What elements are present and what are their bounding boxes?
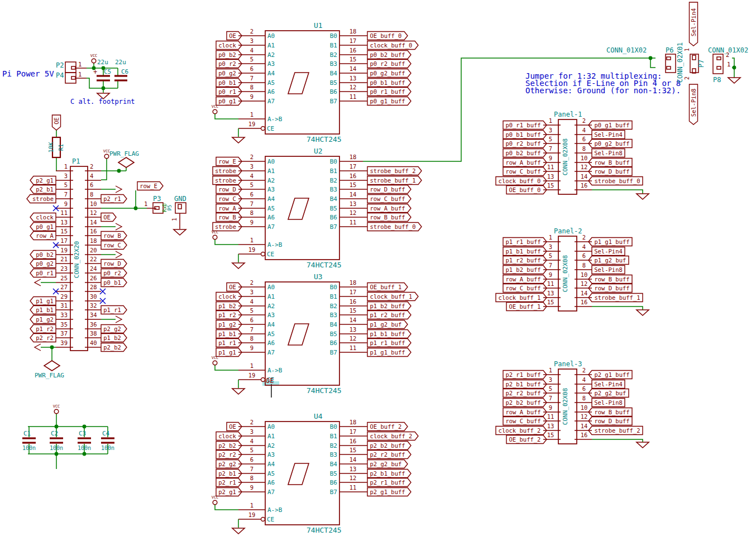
net-label-p0_r1_buff[interactable]: p0_r1_buff bbox=[503, 121, 547, 130]
net-label-row_E[interactable]: row_E bbox=[137, 182, 163, 190]
net-label-strobe[interactable]: strobe bbox=[27, 195, 56, 203]
net-label-row_A_buff[interactable]: row_A_buff bbox=[503, 275, 547, 284]
net-label-strobe[interactable]: strobe bbox=[213, 167, 242, 175]
net-label-row_C_buff[interactable]: row_C_buff bbox=[503, 284, 547, 293]
net-label-p0_g2_buff[interactable]: p0_g2_buff bbox=[367, 69, 411, 78]
net-label-row_A_buff[interactable]: row_A_buff bbox=[367, 204, 411, 213]
net-label-p0_b2[interactable]: p0_b2 bbox=[216, 51, 242, 59]
net-label-p1_r1[interactable]: p1_r1 bbox=[216, 339, 242, 347]
net-label-p1_g1_buff[interactable]: p1_g1_buff bbox=[588, 238, 632, 246]
net-label-row_B_buff[interactable]: row_B_buff bbox=[588, 159, 632, 167]
net-label-p2_b1[interactable]: p2_b1 bbox=[216, 470, 242, 478]
net-label-OE_buff_2[interactable]: OE_buff_2 bbox=[367, 423, 408, 431]
ic-u2[interactable]: U274HCT2452A0row_E18B03A1strobe17B1strob… bbox=[212, 147, 422, 269]
net-label-p1_b1[interactable]: p1_b1 bbox=[30, 306, 56, 314]
net-label-p0_g1[interactable]: p0_g1 bbox=[30, 223, 56, 231]
net-label-p2_r2_buff[interactable]: p2_r2_buff bbox=[367, 451, 411, 459]
component-body[interactable] bbox=[717, 57, 721, 60]
net-label-p1_b2[interactable]: p1_b2 bbox=[216, 302, 242, 310]
net-label-OE[interactable]: OE bbox=[101, 213, 116, 222]
net-label-row_D_buff[interactable]: row_D_buff bbox=[588, 417, 632, 425]
net-label-p2_g2_buf[interactable]: p2_g2_buf bbox=[367, 460, 408, 468]
net-label-p1_g1_buff[interactable]: p1_g1_buff bbox=[367, 348, 411, 357]
net-label-p0_r1_buff[interactable]: p0_r1_buff bbox=[367, 88, 411, 96]
net-label-p0_g1_buff[interactable]: p0_g1_buff bbox=[588, 121, 632, 130]
net-label-strobe[interactable]: strobe bbox=[213, 176, 242, 185]
net-label-row_C_buff[interactable]: row_C_buff bbox=[503, 417, 547, 425]
net-label-row_A[interactable]: row_A bbox=[216, 204, 242, 213]
net-label-p1_b2_buff[interactable]: p1_b2_buff bbox=[503, 266, 547, 274]
net-label-p0_b1_buff[interactable]: p0_b1_buff bbox=[367, 79, 411, 87]
net-label-Sel-Pin8[interactable]: Sel-Pin8 bbox=[592, 149, 625, 157]
net-label-p0_g1[interactable]: p0_g1 bbox=[216, 97, 242, 106]
net-label-p2_b2[interactable]: p2_b2 bbox=[101, 343, 127, 352]
component-body[interactable] bbox=[178, 204, 181, 209]
net-label-p2_g2[interactable]: p2_g2 bbox=[216, 460, 242, 468]
net-label-p0_b2[interactable]: p0_b2 bbox=[30, 251, 56, 259]
net-label-p2_b1[interactable]: p2_b1 bbox=[30, 185, 56, 194]
net-label-row_A_buff[interactable]: row_A_buff bbox=[503, 159, 547, 167]
component-body[interactable] bbox=[667, 57, 671, 60]
net-label-row_D_buff[interactable]: row_D_buff bbox=[588, 167, 632, 176]
connector-panel-2[interactable]: Panel-2CONN_02X081p1_r1_buff2p1_g1_buff3… bbox=[496, 227, 643, 311]
net-label-clock[interactable]: clock bbox=[216, 432, 242, 441]
net-label-row_B_buff[interactable]: row_B_buff bbox=[588, 275, 632, 284]
net-label-p0_b1_buff[interactable]: p0_b1_buff bbox=[503, 131, 547, 139]
net-label-clock[interactable]: clock bbox=[216, 41, 242, 50]
net-label-strobe_buff_1[interactable]: strobe_buff_1 bbox=[588, 294, 643, 302]
net-label-p0_g2[interactable]: p0_g2 bbox=[30, 260, 56, 268]
net-label-p1_r1[interactable]: p1_r1 bbox=[101, 306, 127, 314]
net-label-OE_buff_2[interactable]: OE_buff_2 bbox=[506, 435, 547, 444]
net-label-p0_g2[interactable]: p0_g2 bbox=[216, 69, 242, 78]
net-label-p2_r2[interactable]: p2_r2 bbox=[216, 451, 242, 459]
net-label-row_C_buff[interactable]: row_C_buff bbox=[367, 195, 411, 203]
component-body[interactable] bbox=[65, 73, 76, 83]
connector-panel-1[interactable]: Panel-1CONN_02X081p0_r1_buff2p0_g1_buff3… bbox=[496, 111, 643, 194]
net-label-p2_r2_buff[interactable]: p2_r2_buff bbox=[503, 389, 547, 398]
net-label-clock_buff_0[interactable]: clock_buff_0 bbox=[367, 41, 418, 50]
net-label-row_B_buff[interactable]: row_B_buff bbox=[367, 213, 411, 222]
net-label-p1_r1_buff[interactable]: p1_r1_buff bbox=[367, 339, 411, 347]
net-label-p1_g2_buf[interactable]: p1_g2_buf bbox=[588, 256, 629, 265]
net-label-p0_b2_buff[interactable]: p0_b2_buff bbox=[503, 149, 547, 157]
net-label-OE_buff_1[interactable]: OE_buff_1 bbox=[506, 303, 547, 311]
net-label-p0_r1[interactable]: p0_r1 bbox=[216, 88, 242, 96]
net-label-clock[interactable]: clock bbox=[30, 213, 56, 222]
net-label-p1_b1_buff[interactable]: p1_b1_buff bbox=[367, 330, 411, 338]
ic-u4[interactable]: U474HCT2452A0OE18B0OE_buff_23A1clock17B1… bbox=[212, 412, 418, 534]
net-label-p2_r1[interactable]: p2_r1 bbox=[101, 195, 127, 203]
net-label-p0_r2_buff[interactable]: p0_r2_buff bbox=[367, 60, 411, 68]
net-label-p0_r1[interactable]: p0_r1 bbox=[30, 269, 56, 277]
net-label-p2_r2[interactable]: p2_r2 bbox=[30, 334, 56, 342]
net-label-row_A[interactable]: row_A bbox=[30, 232, 56, 240]
net-label-p1_b1[interactable]: p1_b1 bbox=[216, 330, 242, 338]
net-label-p1_g1[interactable]: p1_g1 bbox=[30, 297, 56, 305]
net-label-p2_b2[interactable]: p2_b2 bbox=[216, 442, 242, 450]
net-label-p2_b2_buff[interactable]: p2_b2_buff bbox=[503, 399, 547, 407]
net-label-p2_g1[interactable]: p2_g1 bbox=[216, 488, 242, 496]
net-label-p0_g1_buff[interactable]: p0_g1_buff bbox=[367, 97, 411, 106]
net-label-clock_buff_2[interactable]: clock_buff_2 bbox=[496, 427, 547, 435]
net-label-OE_buff_0[interactable]: OE_buff_0 bbox=[367, 32, 408, 40]
net-label-p1_r2_buff[interactable]: p1_r2_buff bbox=[367, 311, 411, 319]
net-label-p1_r2_buff[interactable]: p1_r2_buff bbox=[503, 256, 547, 265]
net-label-row_E[interactable]: row_E bbox=[216, 157, 242, 166]
net-label-p1_b2[interactable]: p1_b2 bbox=[101, 334, 127, 342]
ic-u1[interactable]: U174HCT2452A0OE18B0OE_buff_03A1clock17B1… bbox=[212, 21, 418, 143]
net-label-Sel-Pin8[interactable]: Sel-Pin8 bbox=[690, 84, 698, 125]
net-label-row_B[interactable]: row_B bbox=[216, 213, 242, 222]
net-label-p2_g2_buf[interactable]: p2_g2_buf bbox=[588, 389, 629, 398]
net-label-strobe_buff_0[interactable]: strobe_buff_0 bbox=[588, 177, 643, 185]
component-body[interactable] bbox=[65, 62, 76, 73]
net-label-OE[interactable]: OE bbox=[52, 115, 61, 130]
net-label-row_C_buff[interactable]: row_C_buff bbox=[503, 167, 547, 176]
net-label-p1_r1_buff[interactable]: p1_r1_buff bbox=[503, 238, 547, 246]
net-label-row_B[interactable]: row_B bbox=[101, 232, 127, 240]
net-label-p2_r1[interactable]: p2_r1 bbox=[216, 478, 242, 487]
net-label-Sel-Pin8[interactable]: Sel-Pin8 bbox=[592, 399, 625, 407]
net-label-p1_g2_buf[interactable]: p1_g2_buf bbox=[367, 320, 408, 329]
net-label-p2_r1_buff[interactable]: p2_r1_buff bbox=[367, 478, 411, 487]
net-label-p0_b1[interactable]: p0_b1 bbox=[216, 79, 242, 87]
net-label-Sel-Pin4[interactable]: Sel-Pin4 bbox=[592, 380, 625, 389]
net-label-p1_g2[interactable]: p1_g2 bbox=[30, 315, 56, 324]
